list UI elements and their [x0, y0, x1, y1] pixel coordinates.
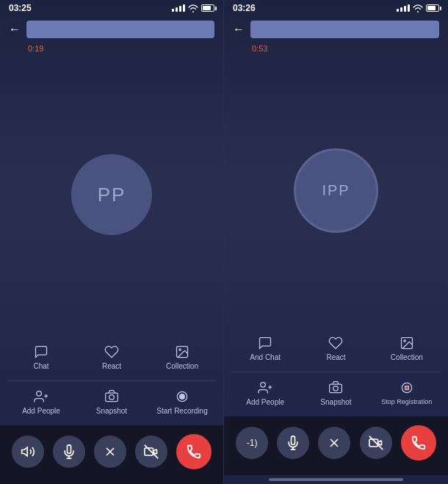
call-timer-right: 0:53: [224, 44, 448, 53]
call-timer-left: 0:19: [0, 44, 223, 53]
wifi-icon-left: [188, 4, 198, 12]
status-icons-left: [172, 4, 214, 12]
chat-btn-right[interactable]: And Chat: [231, 331, 299, 366]
svg-line-29: [369, 436, 382, 449]
action-row2-left: Add People Snapshot Start Recording: [0, 381, 223, 425]
collection-btn-left[interactable]: Collection: [148, 339, 216, 375]
react-icon-left: [101, 344, 122, 360]
snapshot-icon-left: [101, 389, 122, 405]
volume-btn-right[interactable]: -1): [236, 427, 268, 459]
call-header-right: ←: [224, 16, 448, 43]
chat-btn-left[interactable]: Chat: [7, 339, 75, 375]
mute-btn-left[interactable]: [53, 436, 85, 468]
add-people-btn-right[interactable]: Add People: [231, 375, 299, 411]
react-btn-right[interactable]: React: [302, 331, 369, 366]
react-label-right: React: [326, 353, 345, 361]
recording-btn-left[interactable]: Start Recording: [148, 384, 216, 419]
chat-icon-left: [31, 344, 51, 360]
action-row2-right: Add People Snapshot Stop Registration: [224, 372, 448, 416]
add-people-label-left: Add People: [22, 407, 60, 415]
svg-point-8: [180, 394, 185, 400]
avatar-area-right: IPP: [224, 56, 448, 325]
status-bar-right: 03:26: [224, 0, 448, 16]
snapshot-icon-right: [325, 380, 346, 396]
back-arrow-right[interactable]: ←: [233, 23, 245, 36]
time-right: 03:26: [233, 3, 256, 13]
call-header-left: ←: [0, 16, 223, 43]
bottom-controls-left: [0, 425, 223, 484]
svg-point-17: [404, 340, 406, 342]
end-call-btn-left[interactable]: [176, 434, 212, 469]
svg-point-22: [333, 386, 339, 391]
wifi-icon-right: [413, 4, 423, 12]
collection-btn-right[interactable]: Collection: [373, 331, 441, 366]
collection-icon-left: [172, 344, 192, 360]
battery-left: [201, 4, 214, 12]
back-arrow-left[interactable]: ←: [9, 23, 21, 36]
bottom-controls-right: -1): [224, 416, 448, 475]
snapshot-btn-right[interactable]: Snapshot: [302, 375, 369, 411]
stop-recording-btn-right[interactable]: Stop Registration: [373, 375, 441, 411]
add-people-btn-left[interactable]: Add People: [7, 384, 75, 419]
signal-left: [172, 4, 185, 12]
snapshot-label-right: Snapshot: [320, 398, 351, 406]
chat-icon-right: [255, 335, 275, 351]
chat-label-right: And Chat: [250, 353, 281, 361]
svg-point-2: [37, 391, 42, 397]
react-icon-right: [325, 335, 346, 351]
stop-recording-icon-right: [397, 380, 417, 396]
react-btn-left[interactable]: React: [78, 339, 145, 375]
contact-bar-left: [26, 21, 214, 38]
mute-btn-right[interactable]: [277, 427, 309, 459]
video-btn-left[interactable]: [135, 436, 167, 468]
svg-point-1: [179, 349, 181, 351]
battery-right: [426, 4, 439, 12]
left-panel: 03:25 ← 0:19 PP: [0, 0, 224, 484]
svg-point-18: [261, 383, 266, 388]
svg-rect-5: [106, 393, 118, 402]
svg-rect-21: [330, 384, 342, 393]
react-label-left: React: [102, 362, 121, 370]
avatar-left: PP: [71, 154, 152, 235]
add-people-label-right: Add People: [246, 398, 284, 406]
video-btn-right[interactable]: [360, 427, 392, 459]
chat-label-left: Chat: [33, 362, 48, 370]
svg-line-14: [145, 445, 158, 458]
recording-label-left: Start Recording: [156, 407, 207, 415]
add-people-icon-right: [255, 380, 275, 396]
snapshot-label-left: Snapshot: [96, 407, 127, 415]
svg-rect-24: [405, 386, 408, 390]
contact-bar-right: [250, 21, 439, 38]
volume-indicator-right: -1): [247, 438, 258, 448]
svg-marker-9: [22, 447, 28, 456]
recording-icon-left: [172, 389, 192, 405]
cancel-btn-left[interactable]: [94, 436, 126, 468]
svg-point-6: [109, 395, 115, 400]
status-bar-left: 03:25: [0, 0, 223, 16]
status-icons-right: [397, 4, 439, 12]
action-row1-left: Chat React Collection: [0, 333, 223, 380]
right-panel: 03:26 ← 0:53 IPP: [224, 0, 448, 484]
signal-right: [397, 4, 410, 12]
add-people-icon-left: [31, 389, 51, 405]
time-left: 03:25: [9, 3, 32, 13]
collection-label-left: Collection: [166, 362, 198, 370]
cancel-btn-right[interactable]: [318, 427, 350, 459]
speaker-btn-left[interactable]: [12, 436, 44, 468]
end-call-btn-right[interactable]: [401, 425, 436, 460]
home-indicator-right: [269, 478, 403, 481]
snapshot-btn-left[interactable]: Snapshot: [78, 384, 145, 419]
collection-icon-right: [397, 335, 417, 351]
avatar-right: IPP: [294, 148, 378, 233]
avatar-area-left: PP: [0, 56, 223, 333]
action-row1-right: And Chat React Collection: [224, 325, 448, 372]
collection-label-right: Collection: [391, 353, 423, 361]
stop-recording-label-right: Stop Registration: [381, 398, 432, 405]
